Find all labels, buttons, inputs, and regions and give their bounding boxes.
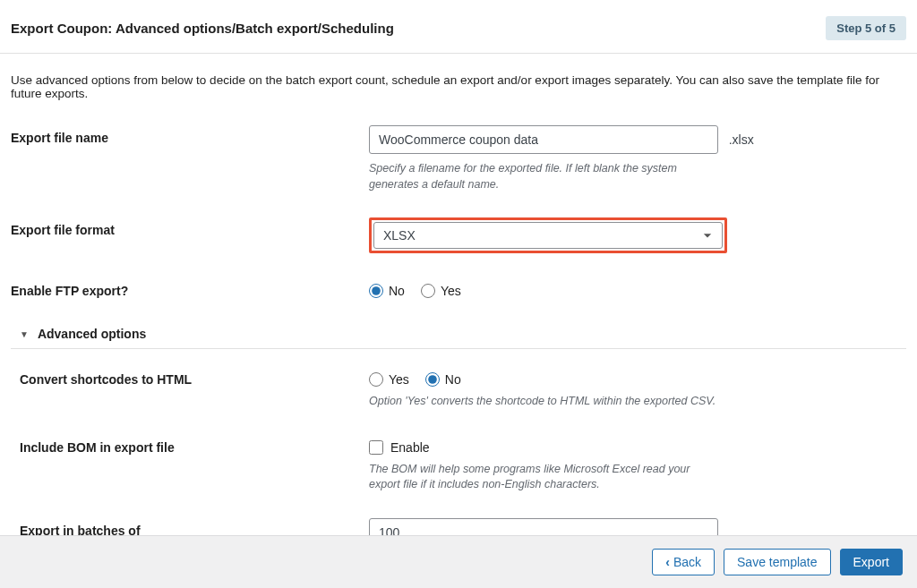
- shortcodes-no-radio[interactable]: [425, 372, 440, 387]
- bom-option-label: Enable: [390, 440, 430, 455]
- row-shortcodes: Convert shortcodes to HTML Yes No Option…: [11, 354, 906, 422]
- row-ftp: Enable FTP export? No Yes: [11, 266, 906, 311]
- ftp-yes-option[interactable]: Yes: [421, 284, 461, 298]
- bom-checkbox[interactable]: [369, 440, 383, 455]
- shortcodes-yes-label: Yes: [389, 372, 409, 387]
- page-header: Export Coupon: Advanced options/Batch ex…: [0, 0, 917, 54]
- label-format: Export file format: [11, 217, 369, 253]
- ftp-no-label: No: [389, 284, 405, 298]
- help-filename: Specify a filename for the exported file…: [369, 161, 718, 192]
- shortcodes-yes-radio[interactable]: [369, 372, 383, 387]
- footer: ‹ Back Save template Export: [0, 535, 917, 588]
- save-template-button[interactable]: Save template: [724, 549, 831, 575]
- shortcodes-no-label: No: [445, 372, 461, 387]
- format-select[interactable]: XLSX: [373, 222, 723, 249]
- ftp-yes-label: Yes: [441, 284, 461, 298]
- advanced-section-header[interactable]: ▼ Advanced options: [11, 311, 906, 349]
- step-badge: Step 5 of 5: [826, 16, 906, 40]
- shortcodes-radio-group: Yes No: [369, 367, 763, 387]
- ftp-no-radio[interactable]: [369, 284, 383, 298]
- label-ftp: Enable FTP export?: [11, 278, 369, 298]
- form-container: Export file name .xlsx Specify a filenam…: [0, 113, 917, 588]
- bom-check-option[interactable]: Enable: [369, 435, 763, 455]
- chevron-left-icon: ‹: [665, 555, 670, 569]
- row-filename: Export file name .xlsx Specify a filenam…: [11, 113, 906, 205]
- chevron-down-icon: ▼: [20, 329, 29, 339]
- filename-input[interactable]: [369, 125, 718, 154]
- format-highlight: XLSX: [369, 217, 727, 253]
- intro-text: Use advanced options from below to decid…: [0, 54, 917, 113]
- row-format: Export file format XLSX: [11, 205, 906, 266]
- ftp-no-option[interactable]: No: [369, 284, 405, 298]
- label-shortcodes: Convert shortcodes to HTML: [20, 367, 369, 410]
- file-extension: .xlsx: [729, 132, 754, 147]
- label-bom: Include BOM in export file: [20, 435, 369, 493]
- help-shortcodes: Option 'Yes' converts the shortcode to H…: [369, 394, 718, 410]
- shortcodes-no-option[interactable]: No: [425, 372, 461, 387]
- back-button[interactable]: ‹ Back: [652, 549, 715, 575]
- advanced-section-title: Advanced options: [38, 327, 146, 341]
- row-bom: Include BOM in export file Enable The BO…: [11, 422, 906, 506]
- back-label: Back: [673, 555, 701, 569]
- label-filename: Export file name: [11, 125, 369, 192]
- shortcodes-yes-option[interactable]: Yes: [369, 372, 409, 387]
- page-title: Export Coupon: Advanced options/Batch ex…: [11, 21, 394, 36]
- ftp-radio-group: No Yes: [369, 278, 763, 298]
- ftp-yes-radio[interactable]: [421, 284, 435, 298]
- export-button[interactable]: Export: [840, 549, 903, 575]
- help-bom: The BOM will help some programs like Mic…: [369, 462, 718, 493]
